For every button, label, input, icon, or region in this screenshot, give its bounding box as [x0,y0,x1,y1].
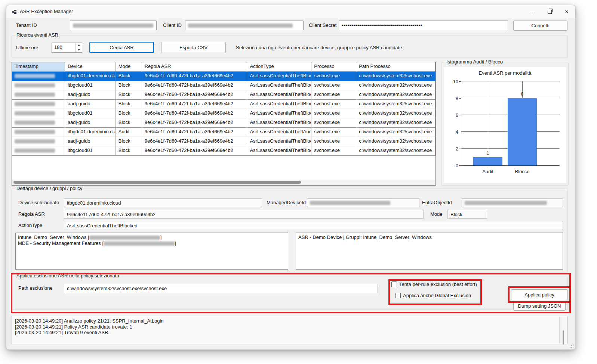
asr-rule-label: Regola ASR [18,209,45,219]
column-header-device[interactable]: Device [65,62,116,72]
table-row[interactable]: aadj-guidoBlock9e6c4e1f-7d60-472f-ba1a-a… [12,137,436,146]
apply-group-title: Applica esclusione ASR nella policy sele… [15,273,121,279]
policy-list-item[interactable]: ASR - Demo Device | Gruppi: Intune_Demo_… [298,234,560,240]
events-table-body: itbgdc01.doreminio.clo...Block9e6c4e1f-7… [12,72,436,156]
log-line: [2026-03-20 14:49:21] Policy ASR candida… [15,324,558,330]
log-textbox[interactable]: [2026-03-20 14:49:20] Analizzo policy 21… [12,316,568,344]
table-row[interactable]: itbgcloud01Block9e6c4e1f-7d60-472f-ba1a-… [12,146,436,156]
cell-timestamp-redacted [12,81,65,90]
global-exclusion-checkbox[interactable]: Applica anche Global Exclusion [395,293,471,298]
table-row[interactable]: itbgdc01.doreminio.clo...Block9e6c4e1f-7… [12,72,436,81]
details-group-title: Dettagli device / gruppi / policy [15,186,84,191]
cell: itbgcloud01 [65,81,116,90]
cell: c:\windows\system32\svchost.exe [356,118,436,128]
client-id-input[interactable] [185,21,304,30]
y-tick-label: 4 [456,129,458,135]
cell: Block [116,146,142,156]
client-secret-input[interactable]: •••••••••••••••••••••••••••••••••••••••• [339,21,508,30]
hours-stepper[interactable]: 180 [52,43,82,53]
cell-timestamp-redacted [12,100,65,109]
column-header-processo[interactable]: Processo [311,62,356,72]
cell: svchost.exe [311,146,356,156]
y-tick-label: 2 [456,146,458,152]
column-header-regola-asr[interactable]: Regola ASR [142,62,247,72]
restore-button[interactable] [541,5,558,18]
vertical-scrollbar[interactable] [559,317,567,343]
cell: c:\windows\system32\svchost.exe [356,81,436,90]
search-group-title: Ricerca eventi ASR [15,32,60,38]
table-row[interactable]: aadj-guidoBlock9e6c4e1f-7d60-472f-ba1a-a… [12,118,436,128]
managed-device-id-field[interactable] [307,198,419,207]
mode-label: Mode [430,209,443,219]
apply-policy-button[interactable]: Applica policy [511,289,568,300]
cell: 9e6c4e1f-7d60-472f-ba1a-a39ef669e4b2 [142,109,247,118]
cell: Block [116,81,142,90]
titlebar: ASR Exception Manager — ✕ [6,5,575,19]
asr-bar-chart: Eventi ASR per modalità -02468101Audit8B… [444,67,566,183]
policies-listbox[interactable]: ASR - Demo Device | Gruppi: Intune_Demo_… [296,233,563,270]
per-rule-exclusion-checkbox[interactable]: Tenta per-rule exclusion (best effort) [391,281,477,287]
action-type-field[interactable]: AsrLsassCredentialTheftBlocked [64,221,563,230]
restore-icon [548,10,552,14]
device-selected-field[interactable]: itbgdc01.doreminio.cloud [64,198,262,207]
spin-down-icon[interactable] [76,48,82,53]
asr-rule-field[interactable]: 9e6c4e1f-7d60-472f-ba1a-a39ef669e4b2 [64,210,424,219]
cell: 9e6c4e1f-7d60-472f-ba1a-a39ef669e4b2 [142,137,247,146]
groups-listbox[interactable]: Intune_Demo_Server_Windows []MDE - Secur… [15,233,288,270]
group-list-item[interactable]: MDE - Security Management Features [] [18,240,286,246]
events-table[interactable]: TimestampDeviceModeRegola ASRActionTypeP… [12,62,436,186]
cell-timestamp-redacted [12,109,65,118]
column-header-path-processo[interactable]: Path Processo [356,62,436,72]
table-row[interactable]: aadj-guidoBlock9e6c4e1f-7d60-472f-ba1a-a… [12,100,436,109]
column-header-mode[interactable]: Mode [116,62,142,72]
cell-timestamp-redacted [12,72,65,81]
exclusion-path-label: Path esclusione [18,283,53,293]
cell: AsrLsassCredentialTheftBlocked [247,146,311,156]
cell: AsrLsassCredentialTheftBlocked [247,118,311,128]
cell: AsrLsassCredentialTheftBlocked [247,100,311,109]
close-button[interactable]: ✕ [558,5,575,18]
cell: itbgcloud01 [65,109,116,118]
cell: AsrLsassCredentialTheftBlocked [247,90,311,100]
log-line: [2026-03-20 14:49:20] Analizzo policy 21… [15,318,558,324]
exclusion-path-input[interactable]: c:\windows\system32\svchost.exe\svchost.… [64,284,378,293]
cell: 9e6c4e1f-7d60-472f-ba1a-a39ef669e4b2 [142,146,247,156]
table-row[interactable]: itbgcloud01Block9e6c4e1f-7d60-472f-ba1a-… [12,109,436,118]
minimize-button[interactable]: — [524,5,541,18]
global-exclusion-label: Applica anche Global Exclusion [403,293,471,298]
cell: Audit [116,128,142,137]
connect-button[interactable]: Connetti [513,21,567,31]
entra-object-id-label: EntraObjectId [422,198,452,208]
cell: itbgdc01.doreminio.clo... [65,72,116,81]
dump-json-button[interactable]: Dump setting JSON [513,301,566,311]
table-row[interactable]: itbgcloud01Block9e6c4e1f-7d60-472f-ba1a-… [12,81,436,90]
resize-grip[interactable] [569,343,573,348]
column-header-timestamp[interactable]: Timestamp [12,62,65,72]
y-tick-mark [459,115,461,116]
hours-spin-buttons[interactable] [75,43,82,52]
histogram-group-title: Istogramma Audit / Blocco [445,59,504,65]
gridline [461,81,560,81]
group-list-item[interactable]: Intune_Demo_Server_Windows [] [18,234,286,240]
mode-field[interactable]: Block [447,210,487,219]
table-row[interactable]: itbgdc01.doreminio.clo...Audit9e6c4e1f-7… [12,128,436,137]
cell: 9e6c4e1f-7d60-472f-ba1a-a39ef669e4b2 [142,128,247,137]
y-tick-mark [459,132,461,133]
cell: svchost.exe [311,109,356,118]
column-header-actiontype[interactable]: ActionType [247,62,311,72]
horizontal-scrollbar-thumb[interactable] [13,181,301,184]
tenant-id-input[interactable] [70,21,157,30]
cell: AsrLsassCredentialTheftAudited [247,128,311,137]
spin-up-icon[interactable] [76,43,82,48]
checkbox-icon [395,293,401,298]
table-row[interactable]: aadj-guidoBlock9e6c4e1f-7d60-472f-ba1a-a… [12,90,436,100]
cell: aadj-guido [65,137,116,146]
search-asr-button[interactable]: Cerca ASR [89,42,154,53]
entra-object-id-field[interactable] [462,198,563,207]
export-csv-button[interactable]: Esporta CSV [161,42,226,53]
y-tick-mark [459,149,461,149]
horizontal-scrollbar[interactable] [12,180,435,185]
vertical-scrollbar-thumb[interactable] [563,330,564,345]
cell: 9e6c4e1f-7d60-472f-ba1a-a39ef669e4b2 [142,118,247,128]
tenant-id-label: Tenant ID [16,21,37,30]
